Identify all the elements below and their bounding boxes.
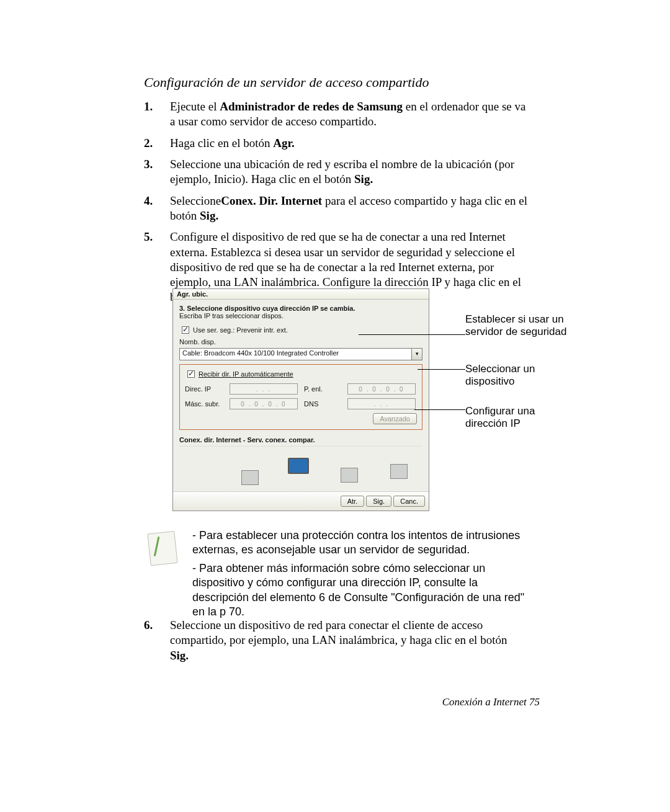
callout-device: Seleccionar un dispositivo — [465, 363, 571, 387]
text: Seleccione — [170, 194, 221, 207]
step-6: 6. Seleccione un dispositivo de red para… — [144, 618, 529, 663]
step-body: Seleccione una ubicación de red y escrib… — [170, 157, 529, 187]
bold-text: Sig. — [170, 649, 189, 662]
step-body: SeleccioneConex. Dir. Internet para el a… — [170, 194, 529, 224]
screenshot-area: Agr. ubic. 3. Seleccione dispositivo cuy… — [172, 288, 531, 511]
use-security-checkbox[interactable] — [182, 326, 189, 334]
note-paragraph: - Para establecer una protección contra … — [192, 529, 527, 558]
bold-text: Administrador de redes de Samsung — [220, 100, 403, 113]
page-footer: Conexión a Internet 75 — [442, 696, 540, 708]
computer-icon — [341, 468, 358, 483]
topology-illustration — [179, 446, 422, 485]
ip-config-group: Recibir dir. IP automáticamente Direc. I… — [179, 364, 422, 430]
device-select-value: Cable: Broadcom 440x 10/100 Integrated C… — [180, 349, 411, 360]
step-number: 3. — [144, 157, 170, 187]
ip-input[interactable]: . . . — [230, 383, 298, 395]
steps-list: 1. Ejecute el Administrador de redes de … — [144, 99, 529, 305]
step-number: 1. — [144, 99, 170, 130]
auto-ip-label: Recibir dir. IP automáticamente — [199, 370, 293, 378]
dialog-titlebar: Agr. ubic. — [173, 289, 429, 300]
step-number: 4. — [144, 194, 170, 224]
dns-label: DNS — [304, 400, 341, 408]
cancel-button[interactable]: Canc. — [393, 496, 425, 507]
section-heading: Configuración de un servidor de acceso c… — [144, 74, 529, 91]
chevron-down-icon[interactable]: ▾ — [411, 349, 422, 360]
bold-text: Sig. — [354, 172, 373, 185]
gateway-label: P. enl. — [304, 385, 341, 393]
note-block: - Para establecer una protección contra … — [149, 529, 527, 619]
advanced-button[interactable]: Avanzado — [373, 413, 417, 424]
computer-icon — [390, 464, 408, 479]
dns-input[interactable]: . . . — [347, 398, 416, 409]
dialog-instruction: 3. Seleccione dispositivo cuya dirección… — [179, 305, 422, 312]
dialog-subinstruction: Escriba IP tras seleccionar dispos. — [179, 312, 422, 319]
auto-ip-checkbox[interactable] — [187, 370, 195, 378]
computer-icon — [241, 470, 259, 485]
gateway-input[interactable]: 0 . 0 . 0 . 0 — [347, 383, 416, 395]
mask-label: Másc. subr. — [185, 400, 223, 408]
bold-text: Sig. — [200, 209, 218, 222]
text: Seleccione un dispositivo de red para co… — [170, 618, 507, 646]
note-icon — [149, 529, 192, 619]
step-body: Seleccione un dispositivo de red para co… — [170, 618, 529, 663]
device-select[interactable]: Cable: Broadcom 440x 10/100 Integrated C… — [179, 348, 422, 360]
ip-label: Direc. IP — [185, 385, 223, 393]
leader-line — [414, 409, 465, 410]
step-number: 5. — [144, 230, 170, 305]
monitor-icon — [288, 458, 309, 474]
step-number: 2. — [144, 136, 170, 151]
back-button[interactable]: Atr. — [341, 496, 365, 507]
leader-line — [359, 334, 465, 335]
step-number: 6. — [144, 618, 170, 663]
use-security-label: Use ser. seg.: Prevenir intr. ext. — [193, 326, 288, 334]
dialog-window: Agr. ubic. 3. Seleccione dispositivo cuy… — [172, 288, 429, 511]
bold-text: Agr. — [273, 136, 295, 149]
mask-input[interactable]: 0 . 0 . 0 . 0 — [230, 398, 298, 409]
leader-line — [418, 369, 465, 370]
text: Haga clic en el botón — [170, 136, 273, 149]
callout-security: Establecer si usar un servidor de seguri… — [465, 313, 571, 337]
next-button[interactable]: Sig. — [366, 496, 391, 507]
text: Ejecute el — [170, 100, 220, 113]
device-name-label: Nomb. disp. — [179, 338, 216, 346]
dialog-footer: Atr. Sig. Canc. — [173, 491, 429, 511]
text: Seleccione una ubicación de red y escrib… — [170, 158, 514, 185]
step-body: Haga clic en el botón Agr. — [170, 136, 529, 151]
bold-text: Conex. Dir. Internet — [221, 194, 322, 207]
note-paragraph: - Para obtener más información sobre cóm… — [192, 561, 527, 620]
share-section-title: Conex. dir. Internet - Serv. conex. comp… — [179, 436, 422, 444]
callout-ip: Configurar una dirección IP — [465, 405, 571, 429]
step-body: Ejecute el Administrador de redes de Sam… — [170, 99, 529, 130]
